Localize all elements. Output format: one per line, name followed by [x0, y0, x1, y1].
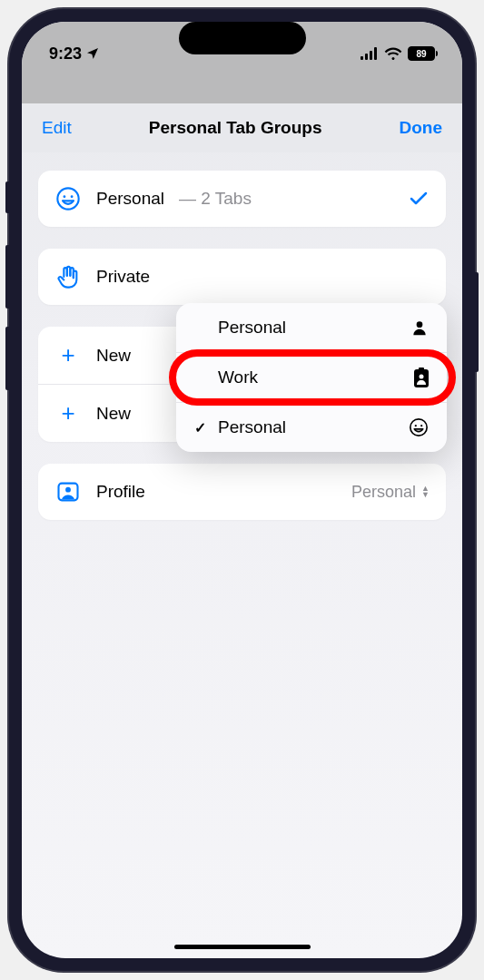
- status-time: 9:23: [49, 44, 82, 64]
- notch: [179, 22, 306, 54]
- screen: 9:23 89 Edit Personal: [22, 22, 462, 958]
- checkmark-icon: [408, 188, 430, 210]
- page-title: Personal Tab Groups: [149, 118, 322, 138]
- badge-icon: [414, 368, 429, 387]
- status-left: 9:23: [49, 44, 100, 64]
- svg-rect-0: [361, 56, 363, 60]
- svg-rect-3: [374, 47, 377, 60]
- cellular-icon: [361, 47, 379, 60]
- new-label: New: [96, 404, 131, 424]
- popup-item-work[interactable]: Work: [176, 353, 447, 403]
- side-button: [5, 181, 9, 213]
- svg-rect-11: [419, 368, 424, 371]
- battery-indicator: 89: [408, 46, 435, 61]
- profile-row[interactable]: Profile Personal ▲▼: [38, 464, 446, 520]
- svg-point-6: [71, 195, 74, 198]
- side-button: [5, 327, 9, 390]
- svg-point-12: [420, 375, 424, 379]
- home-indicator[interactable]: [174, 945, 311, 949]
- checkmark-icon: ✓: [194, 419, 209, 436]
- profile-picker-popup: Personal Work: [176, 303, 447, 452]
- popup-label: Personal: [218, 417, 286, 437]
- nav-bar: Edit Personal Tab Groups Done: [22, 103, 462, 152]
- svg-point-13: [410, 419, 427, 436]
- plus-icon: +: [54, 399, 82, 427]
- svg-point-14: [415, 425, 417, 426]
- content: Personal — 2 Tabs Private: [22, 152, 462, 560]
- side-button: [475, 272, 479, 372]
- done-button[interactable]: Done: [400, 118, 443, 138]
- wifi-icon: [384, 47, 402, 60]
- popup-label: Personal: [218, 318, 286, 338]
- svg-point-8: [65, 487, 71, 493]
- tab-group-private[interactable]: Private: [38, 249, 446, 305]
- status-right: 89: [361, 46, 435, 61]
- tab-group-label: Private: [96, 267, 150, 287]
- hand-icon: [54, 263, 82, 290]
- new-label: New: [96, 346, 131, 366]
- svg-point-15: [420, 425, 422, 426]
- svg-rect-1: [365, 54, 368, 60]
- smiley-icon: [54, 185, 82, 212]
- location-icon: [85, 46, 100, 61]
- svg-rect-2: [370, 51, 372, 60]
- popup-label: Work: [218, 368, 258, 387]
- smiley-icon: [409, 417, 429, 437]
- svg-point-5: [64, 195, 66, 198]
- svg-point-9: [417, 321, 423, 328]
- svg-point-4: [57, 188, 78, 209]
- profile-label: Profile: [96, 482, 145, 502]
- popup-item-personal[interactable]: Personal: [176, 303, 447, 353]
- header-gray: [22, 67, 462, 103]
- person-icon: [410, 318, 429, 337]
- popup-item-personal-current[interactable]: ✓ Personal: [176, 403, 447, 452]
- tab-group-personal[interactable]: Personal — 2 Tabs: [38, 171, 446, 227]
- side-button: [5, 245, 9, 309]
- plus-icon: +: [54, 341, 82, 369]
- edit-button[interactable]: Edit: [42, 118, 72, 138]
- tab-group-label: Personal: [96, 189, 164, 209]
- phone-frame: 9:23 89 Edit Personal: [9, 9, 475, 971]
- profile-value: Personal ▲▼: [351, 483, 430, 502]
- battery-level: 89: [408, 46, 435, 61]
- chevron-up-down-icon: ▲▼: [421, 485, 430, 498]
- tab-group-meta: — 2 Tabs: [179, 189, 252, 209]
- profile-icon: [54, 478, 82, 505]
